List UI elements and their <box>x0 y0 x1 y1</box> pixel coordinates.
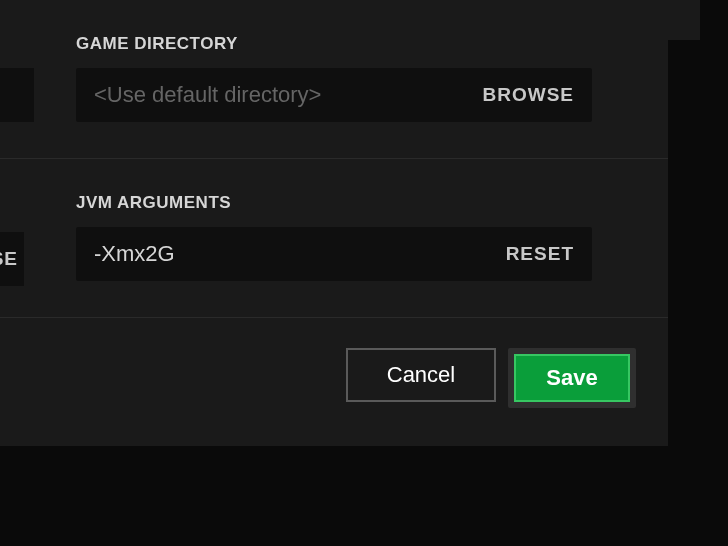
jvm-arguments-label: JVM ARGUMENTS <box>76 193 592 213</box>
save-button-highlight: Save <box>508 348 636 408</box>
game-directory-row: BROWSE <box>76 68 592 122</box>
offscreen-fragment <box>0 68 34 122</box>
save-button[interactable]: Save <box>514 354 630 402</box>
action-bar: Cancel Save <box>0 318 668 408</box>
offscreen-fragment: SE <box>0 232 24 286</box>
jvm-arguments-input[interactable] <box>94 241 506 267</box>
browse-button[interactable]: BROWSE <box>483 84 575 106</box>
cancel-button[interactable]: Cancel <box>346 348 496 402</box>
settings-panel: GAME DIRECTORY BROWSE JVM ARGUMENTS RESE… <box>0 0 668 446</box>
game-directory-label: GAME DIRECTORY <box>76 34 592 54</box>
offscreen-fragment <box>666 0 700 40</box>
jvm-arguments-row: RESET <box>76 227 592 281</box>
jvm-arguments-section: JVM ARGUMENTS RESET <box>0 159 668 281</box>
game-directory-section: GAME DIRECTORY BROWSE <box>0 0 668 122</box>
game-directory-input[interactable] <box>94 82 483 108</box>
reset-button[interactable]: RESET <box>506 243 574 265</box>
